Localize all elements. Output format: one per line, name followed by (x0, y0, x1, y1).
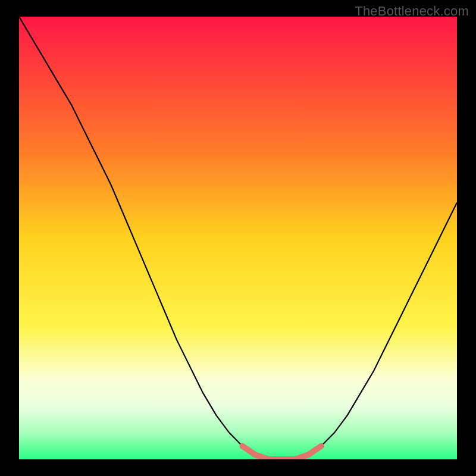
watermark-label: TheBottleneck.com (355, 4, 469, 19)
chart-svg (19, 17, 457, 459)
gradient-background (19, 17, 457, 459)
plot-area (19, 17, 457, 459)
chart-frame: TheBottleneck.com (0, 0, 476, 476)
